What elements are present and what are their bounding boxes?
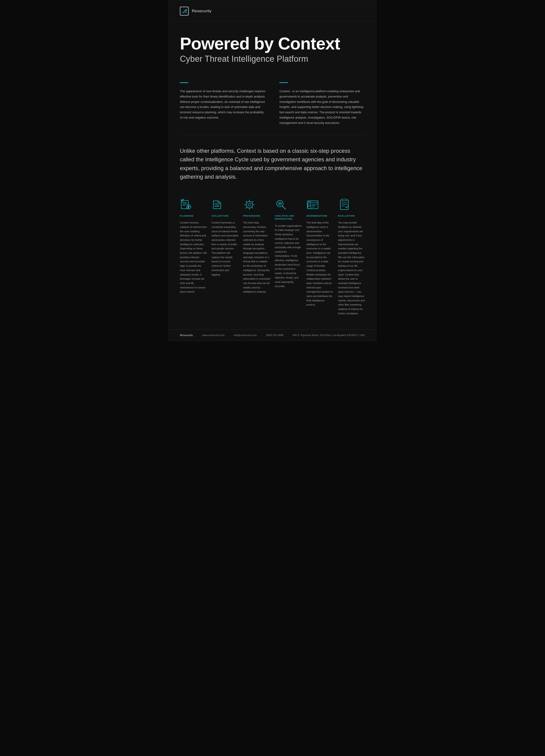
collection-icon: [212, 199, 224, 211]
dissemination-icon: [306, 199, 319, 211]
intro-left: The appearance of new threats and securi…: [180, 82, 266, 125]
analysis-icon: [275, 199, 287, 211]
hero-subtitle: Cyber Threat Intelligence Platform: [180, 54, 365, 64]
dissemination-desc: The final step of the intelligence cycle…: [306, 220, 333, 307]
footer-phone: (800) 781-5698: [266, 334, 283, 337]
collection-label: COLLECTION: [212, 214, 239, 217]
svg-line-16: [246, 201, 247, 202]
svg-rect-36: [342, 199, 346, 201]
evaluation-desc: You may provide feedback on whether your…: [338, 220, 365, 315]
collection-icon-area: [212, 195, 239, 211]
evaluation-icon-area: [338, 195, 365, 211]
steps-grid: PLANNING Context receives subjects of in…: [180, 195, 365, 315]
cycle-quote-section: Unlike other platforms, Context is based…: [169, 135, 376, 190]
step-analysis: ANALYSIS AND PRODUCTION To enable organi…: [275, 195, 302, 315]
logo-box: ⎇: [180, 7, 189, 15]
processing-desc: The third step, processing, involves con…: [243, 220, 270, 294]
footer-address: 445 S. Figueroa Street, 31st Floor, Los …: [292, 334, 364, 337]
processing-label: PROCESSING: [243, 214, 270, 217]
svg-line-22: [282, 206, 285, 209]
header: ⎇ Resecurity: [169, 0, 376, 21]
hero-title: Powered by Context: [180, 35, 365, 52]
intro-right: Context - is an intelligence platform en…: [279, 82, 365, 125]
dissemination-icon-area: [306, 195, 333, 211]
footer: Resecurity www.resecurity.com info@resec…: [169, 329, 376, 341]
step-collection: COLLECTION Context harnesses a constantl…: [212, 195, 239, 315]
svg-rect-32: [340, 200, 348, 210]
planning-icon-area: [180, 195, 207, 211]
intro-section: The appearance of new threats and securi…: [169, 73, 376, 135]
step-dissemination: DISSEMINATION The final step of the inte…: [306, 195, 333, 315]
svg-line-17: [252, 207, 253, 208]
analysis-icon-area: [275, 195, 302, 211]
evaluation-icon: [338, 199, 350, 211]
step-evaluation: EVALUATION You may provide feedback on w…: [338, 195, 365, 315]
analysis-desc: To enable organizations to make strategi…: [275, 224, 302, 288]
footer-company: Resecurity: [180, 334, 193, 337]
planning-icon: [180, 199, 192, 211]
company-name: Resecurity: [192, 9, 212, 13]
planning-desc: Context receives subjects of interest fr…: [180, 220, 207, 294]
svg-line-18: [252, 201, 253, 202]
logo-icon: ⎇: [182, 9, 187, 13]
processing-icon: [243, 199, 256, 211]
footer-email: info@resecurity.com: [234, 334, 257, 337]
svg-line-19: [246, 207, 247, 208]
page: ⎇ Resecurity Powered by Context Cyber Th…: [169, 0, 376, 341]
intro-left-text: The appearance of new threats and securi…: [180, 89, 266, 120]
dissemination-label: DISSEMINATION: [306, 214, 333, 217]
steps-section: PLANNING Context receives subjects of in…: [169, 190, 376, 329]
processing-icon-area: [243, 195, 270, 211]
planning-label: PLANNING: [180, 214, 207, 217]
intro-right-text: Context - is an intelligence platform en…: [279, 89, 365, 125]
analysis-label: ANALYSIS AND PRODUCTION: [275, 214, 302, 220]
evaluation-label: EVALUATION: [338, 214, 365, 217]
footer-website: www.resecurity.com: [202, 334, 225, 337]
step-processing: PROCESSING The third step, processing, i…: [243, 195, 270, 315]
svg-point-11: [248, 203, 251, 206]
hero-section: Powered by Context Cyber Threat Intellig…: [169, 21, 376, 73]
cycle-quote-text: Unlike other platforms, Context is based…: [180, 147, 365, 181]
svg-point-28: [308, 201, 309, 202]
svg-point-10: [246, 202, 253, 208]
collection-desc: Context harnesses a constantly-expanding…: [212, 220, 239, 277]
step-planning: PLANNING Context receives subjects of in…: [180, 195, 207, 315]
